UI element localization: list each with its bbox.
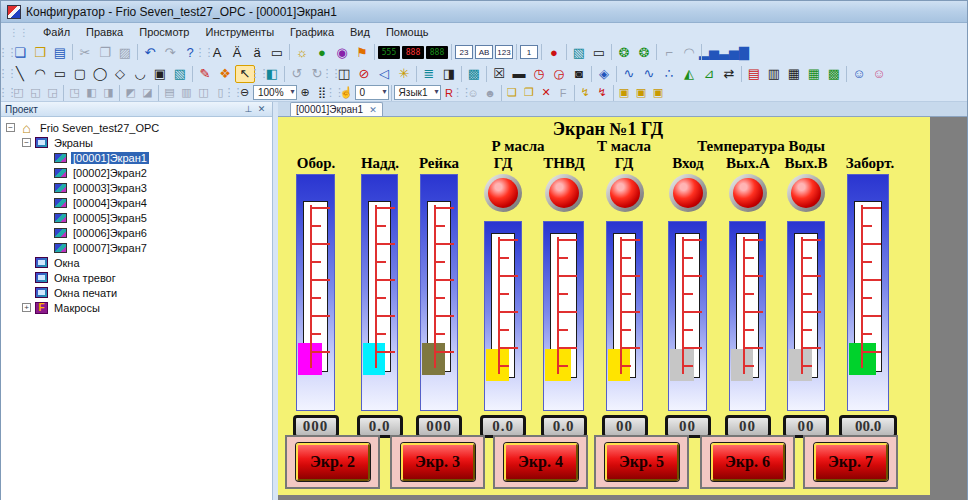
align-middle-icon[interactable]: ◧ [83, 85, 100, 100]
xy-chart-icon[interactable]: ⊿ [699, 65, 719, 83]
table-icon[interactable]: ▥ [764, 65, 784, 83]
corner-icon[interactable]: ⌐ [659, 43, 679, 61]
lcd-green2-icon[interactable]: 888 [426, 46, 448, 59]
hand-tool-icon[interactable]: ☝ [338, 85, 355, 100]
line-tool-icon[interactable]: ╲ [10, 65, 30, 83]
menu-item[interactable]: Файл [35, 25, 78, 39]
toggle-icon[interactable]: ⇄ [719, 65, 739, 83]
nav-button-ekr4[interactable]: Экр. 4 [504, 443, 578, 481]
tree-item[interactable]: [00007]Экран7 [1, 240, 272, 255]
menu-item[interactable]: Помощь [378, 25, 437, 39]
same-height-icon[interactable]: ◪ [139, 85, 156, 100]
run-stop-icon[interactable]: ↯ [594, 85, 611, 100]
ellipse-shape-icon[interactable]: ◯ [90, 65, 110, 83]
delete-icon[interactable]: ✕ [538, 85, 555, 100]
undo-icon[interactable]: ↶ [140, 43, 160, 61]
rotate-left-icon[interactable]: ↺ [287, 65, 307, 83]
align-top-icon[interactable]: ◳ [66, 85, 83, 100]
tree-expander-icon[interactable] [22, 138, 31, 147]
download-icon[interactable]: ▣ [633, 85, 650, 100]
redo-icon[interactable]: ↷ [160, 43, 180, 61]
lcd-green-icon[interactable]: 555 [378, 46, 400, 59]
shield-icon[interactable]: ◈ [594, 65, 614, 83]
space-v-icon[interactable]: ▥ [178, 85, 195, 100]
cut-icon[interactable]: ✂ [75, 43, 95, 61]
textbox-icon[interactable]: ▭ [267, 43, 287, 61]
fill-color-icon[interactable]: ❖ [215, 65, 235, 83]
screen-tab[interactable]: [00001]Экран1 ✕ [290, 102, 383, 116]
new-screen-icon[interactable]: ❏ [504, 85, 521, 100]
pen-icon[interactable]: ✎ [195, 65, 215, 83]
door-icon[interactable]: ◨ [439, 65, 459, 83]
globe2-icon[interactable]: ❂ [634, 43, 654, 61]
hmi-screen[interactable]: Экран №1 ГД Р масла Т масла Температура … [278, 117, 930, 495]
polygon-tool-icon[interactable]: ◇ [110, 65, 130, 83]
sector-tool-icon[interactable]: ◡ [130, 65, 150, 83]
picture-icon[interactable]: ▧ [569, 43, 589, 61]
num123-box-icon[interactable]: 123 [495, 45, 513, 59]
speaker-icon[interactable]: ◁ [374, 65, 394, 83]
ab-box-icon[interactable]: AB [475, 45, 493, 59]
tree-item[interactable]: Экраны [1, 135, 272, 150]
face-icon[interactable]: ☺ [465, 85, 482, 100]
clock-icon[interactable]: ◷ [529, 65, 549, 83]
tree-item[interactable]: [00002]Экран2 [1, 165, 272, 180]
tree-item[interactable]: [00003]Экран3 [1, 180, 272, 195]
paste-icon[interactable]: ▨ [115, 43, 135, 61]
zoom-level-combo[interactable]: 100% [253, 85, 297, 100]
save-icon[interactable]: ▤ [50, 43, 70, 61]
char-large-icon[interactable]: Ä [227, 43, 247, 61]
tree-item[interactable]: [00004]Экран4 [1, 195, 272, 210]
lcd-red-icon[interactable]: 888 [402, 46, 424, 59]
same-width-icon[interactable]: ◩ [122, 85, 139, 100]
alarm-table-icon[interactable]: ▤ [744, 65, 764, 83]
gauge-zabort[interactable]: 00.0 [847, 174, 889, 438]
align-left-icon[interactable]: ◰ [10, 85, 27, 100]
clock2-icon[interactable]: ◶ [549, 65, 569, 83]
nav-button-ekr2[interactable]: Экр. 2 [296, 443, 370, 481]
window-icon[interactable]: ▭ [589, 43, 609, 61]
tree-item[interactable]: Макросы [1, 300, 272, 315]
frame-tool-icon[interactable]: ▣ [150, 65, 170, 83]
recipe-icon[interactable]: ● [544, 43, 564, 61]
gauge-t-masla-gd[interactable]: 00 [606, 174, 643, 438]
no-entry-icon[interactable]: ⊘ [354, 65, 374, 83]
nav-button-ekr5[interactable]: Экр. 5 [605, 443, 679, 481]
histogram2-icon[interactable]: ▂▅▇ [724, 43, 744, 61]
tree-expander-icon[interactable] [6, 123, 15, 132]
center-v-icon[interactable]: ▯ [212, 85, 229, 100]
state-combo[interactable]: 0 [355, 85, 389, 100]
tree-item[interactable]: [00001]Экран1 [1, 150, 272, 165]
align-right-icon[interactable]: ◲ [44, 85, 61, 100]
char-small-icon[interactable]: ä [247, 43, 267, 61]
rotate-right-icon[interactable]: ↻ [307, 65, 327, 83]
pin-icon[interactable]: ⊥ [242, 104, 255, 114]
ellipse-tool-icon[interactable]: ◠ [679, 43, 699, 61]
tree-item[interactable]: [00006]Экран6 [1, 225, 272, 240]
nav-button-ekr3[interactable]: Экр. 3 [401, 443, 475, 481]
scale-widget-icon[interactable]: ≣ [419, 65, 439, 83]
camera-icon[interactable]: ◙ [569, 65, 589, 83]
new-file-icon[interactable]: ❏ [10, 43, 30, 61]
copy-icon[interactable]: ❐ [95, 43, 115, 61]
language-combo[interactable]: Язык1 [394, 85, 441, 100]
arc-tool-icon[interactable]: ◠ [30, 65, 50, 83]
image2-icon[interactable]: ▩ [464, 65, 484, 83]
window-f-icon[interactable]: ◫ [334, 65, 354, 83]
upload-icon[interactable]: ▣ [650, 85, 667, 100]
face2-icon[interactable]: ☻ [482, 85, 499, 100]
build-icon[interactable]: ▣ [616, 85, 633, 100]
numeric-box-icon[interactable]: 23 [455, 45, 473, 59]
zoom-in-icon[interactable]: ⊕ [297, 85, 314, 100]
tree-item[interactable]: [00005]Экран5 [1, 210, 272, 225]
area-chart-icon[interactable]: ◭ [679, 65, 699, 83]
lamp-tool-icon[interactable]: ☼ [292, 43, 312, 61]
design-canvas[interactable]: Экран №1 ГД Р масла Т масла Температура … [278, 117, 967, 500]
gauge-p-masla-gd[interactable]: 0.0 [484, 174, 522, 438]
align-bottom-icon[interactable]: ◨ [100, 85, 117, 100]
tree-item[interactable]: Окна печати [1, 285, 272, 300]
menu-item[interactable]: Инструменты [197, 25, 282, 39]
gauge-reika[interactable]: 000 [420, 174, 458, 438]
gauge-voda-vyh-a[interactable]: 00 [729, 174, 766, 438]
open-file-icon[interactable]: ❒ [30, 43, 50, 61]
